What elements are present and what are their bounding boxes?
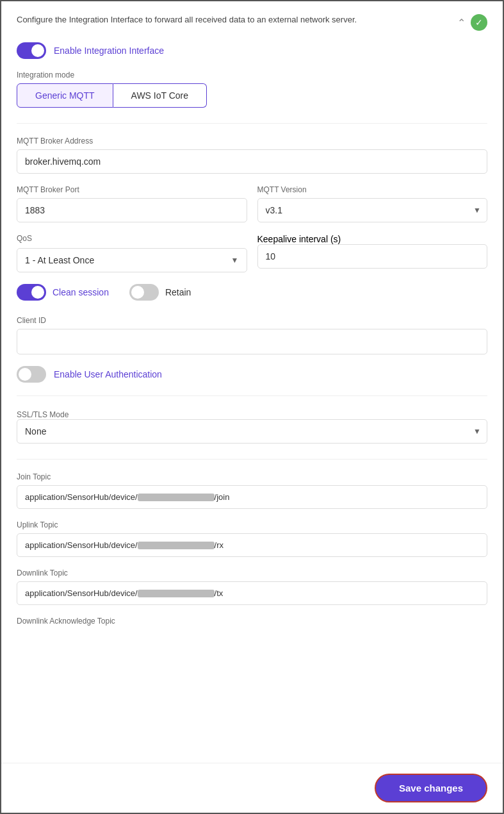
uplink-topic-suffix: /rx	[215, 540, 224, 550]
downlink-topic-group: Downlink Topic application/SensorHub/dev…	[17, 569, 487, 605]
integration-mode-label: Integration mode	[17, 71, 487, 79]
uplink-topic-group: Uplink Topic application/SensorHub/devic…	[17, 520, 487, 557]
header-row: Configure the Integration Interface to f…	[17, 14, 487, 31]
client-id-label: Client ID	[17, 316, 487, 325]
client-id-input[interactable]	[17, 329, 487, 354]
join-topic-prefix: application/SensorHub/device/	[25, 492, 138, 502]
qos-arrow-icon: ▼	[231, 256, 239, 265]
uplink-topic-field[interactable]: application/SensorHub/device/ /rx	[17, 533, 487, 557]
mqtt-version-label: MQTT Version	[257, 185, 488, 194]
qos-value: 1 - At Least Once	[25, 255, 231, 265]
footer: Save changes	[1, 763, 503, 813]
integration-mode-group: Integration mode Generic MQTT AWS IoT Co…	[17, 71, 487, 108]
clean-session-item: Clean session	[17, 284, 109, 301]
qos-group: QoS 1 - At Least Once ▼	[17, 234, 247, 272]
retain-item: Retain	[129, 284, 191, 301]
mqtt-broker-address-label: MQTT Broker Address	[17, 137, 487, 145]
enable-integration-toggle[interactable]	[17, 42, 46, 59]
mqtt-broker-address-group: MQTT Broker Address	[17, 137, 487, 174]
uplink-topic-label: Uplink Topic	[17, 520, 487, 529]
qos-dropdown[interactable]: 1 - At Least Once ▼	[17, 248, 247, 272]
mqtt-port-group: MQTT Broker Port	[17, 185, 247, 222]
status-check-icon: ✓	[471, 14, 487, 31]
enable-user-auth-row: Enable User Authentication	[17, 366, 487, 383]
mqtt-broker-address-input[interactable]	[17, 149, 487, 174]
mqtt-port-label: MQTT Broker Port	[17, 185, 247, 194]
mqtt-version-group: MQTT Version v3.1 v3.1.1 v5 ▼	[257, 185, 488, 222]
keepalive-input[interactable]	[257, 244, 488, 269]
clean-session-label: Clean session	[53, 287, 109, 297]
downlink-topic-blurred	[138, 590, 215, 597]
ssl-select-wrapper: None CA signed server certificate Self-s…	[17, 419, 487, 444]
ssl-select[interactable]: None CA signed server certificate Self-s…	[17, 419, 487, 444]
enable-user-auth-label: Enable User Authentication	[54, 369, 162, 379]
join-topic-suffix: /join	[215, 492, 230, 502]
keepalive-label: Keepalive interval (s)	[257, 234, 341, 244]
enable-integration-row: Enable Integration Interface	[17, 42, 487, 59]
ssl-section: SSL/TLS Mode None CA signed server certi…	[17, 409, 487, 444]
mode-generic-mqtt[interactable]: Generic MQTT	[17, 83, 113, 108]
uplink-topic-blurred	[138, 542, 215, 549]
save-changes-button[interactable]: Save changes	[375, 774, 487, 802]
header-description: Configure the Integration Interface to f…	[17, 14, 450, 26]
mqtt-port-input[interactable]	[17, 198, 247, 222]
downlink-topic-prefix: application/SensorHub/device/	[25, 588, 138, 598]
session-row: Clean session Retain	[17, 284, 487, 301]
join-topic-label: Join Topic	[17, 472, 487, 481]
retain-toggle[interactable]	[129, 284, 159, 301]
qos-keepalive-row: QoS 1 - At Least Once ▼ Keepalive interv…	[17, 234, 487, 272]
uplink-topic-prefix: application/SensorHub/device/	[25, 540, 138, 550]
main-container: Configure the Integration Interface to f…	[0, 0, 504, 814]
header-icons: ⌃ ✓	[457, 14, 487, 31]
clean-session-toggle[interactable]	[17, 284, 46, 301]
downlink-ack-topic-label: Downlink Acknowledge Topic	[17, 617, 487, 626]
downlink-ack-topic-group: Downlink Acknowledge Topic	[17, 617, 487, 626]
port-version-row: MQTT Broker Port MQTT Version v3.1 v3.1.…	[17, 185, 487, 222]
chevron-up-icon[interactable]: ⌃	[457, 17, 466, 29]
keepalive-group: Keepalive interval (s)	[257, 234, 488, 272]
mqtt-version-select-wrapper: v3.1 v3.1.1 v5 ▼	[257, 198, 488, 222]
divider-1	[17, 123, 487, 124]
downlink-topic-label: Downlink Topic	[17, 569, 487, 577]
mode-aws-iot[interactable]: AWS IoT Core	[113, 83, 207, 108]
enable-user-auth-toggle[interactable]	[17, 366, 46, 383]
ssl-label: SSL/TLS Mode	[17, 410, 69, 419]
divider-2	[17, 395, 487, 396]
join-topic-field[interactable]: application/SensorHub/device/ /join	[17, 485, 487, 509]
downlink-topic-field[interactable]: application/SensorHub/device/ /tx	[17, 581, 487, 605]
downlink-topic-suffix: /tx	[215, 588, 224, 598]
join-topic-group: Join Topic application/SensorHub/device/…	[17, 472, 487, 509]
qos-label: QoS	[17, 234, 247, 243]
divider-3	[17, 459, 487, 460]
mqtt-version-select[interactable]: v3.1 v3.1.1 v5	[257, 198, 488, 222]
join-topic-blurred	[138, 494, 215, 501]
retain-label: Retain	[165, 287, 191, 297]
enable-integration-label: Enable Integration Interface	[54, 46, 164, 56]
mode-buttons: Generic MQTT AWS IoT Core	[17, 83, 487, 108]
client-id-group: Client ID	[17, 316, 487, 354]
